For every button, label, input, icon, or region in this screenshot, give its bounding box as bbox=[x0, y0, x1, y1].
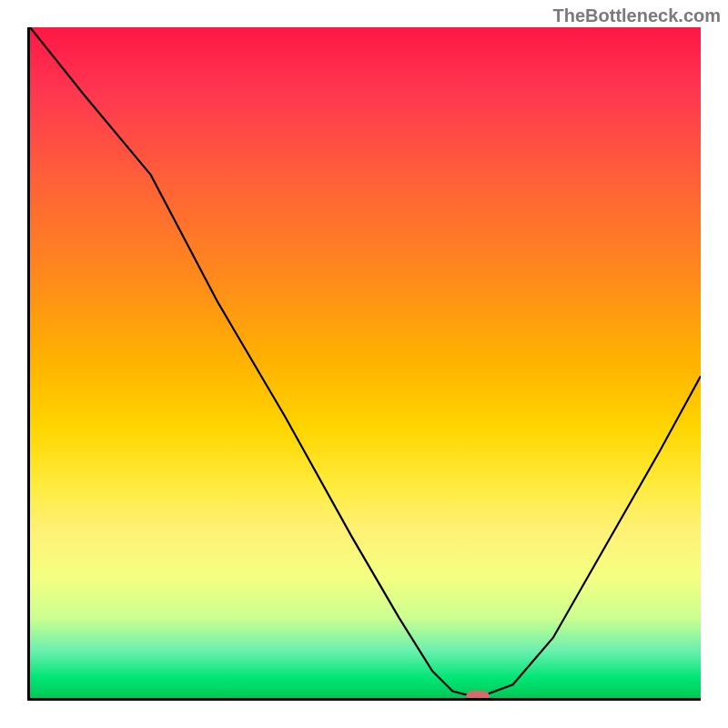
bottleneck-curve-line bbox=[30, 27, 701, 694]
watermark-text: TheBottleneck.com bbox=[553, 5, 721, 26]
chart-marker-point bbox=[466, 691, 490, 701]
chart-plot-area bbox=[27, 27, 701, 701]
chart-curve-svg bbox=[30, 27, 701, 698]
